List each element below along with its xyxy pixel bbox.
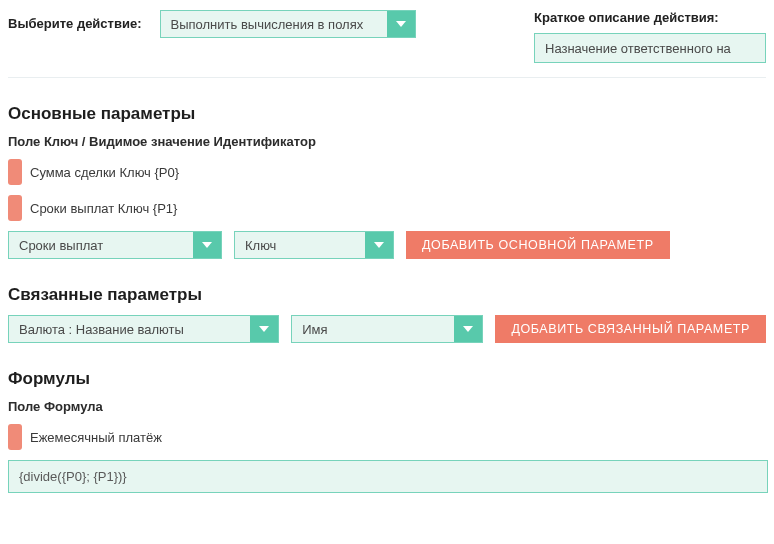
action-label: Выберите действие: — [8, 10, 142, 31]
chevron-down-icon — [365, 232, 393, 258]
top-row: Выберите действие: Выполнить вычисления … — [8, 10, 766, 78]
description-input[interactable]: Назначение ответственного на — [534, 33, 766, 63]
action-select-value: Выполнить вычисления в полях — [171, 17, 364, 32]
main-key-select[interactable]: Ключ — [234, 231, 394, 259]
linked-name-select[interactable]: Имя — [291, 315, 483, 343]
formula-expression-input[interactable]: {divide({P0}; {P1})} — [8, 460, 768, 493]
chevron-down-icon — [387, 11, 415, 37]
add-linked-param-button[interactable]: ДОБАВИТЬ СВЯЗАННЫЙ ПАРАМЕТР — [495, 315, 766, 343]
formulas-subhead: Поле Формула — [8, 399, 766, 414]
main-param-text: Сумма сделки Ключ {P0} — [30, 165, 179, 180]
linked-name-select-value: Имя — [302, 322, 327, 337]
action-select[interactable]: Выполнить вычисления в полях — [160, 10, 416, 38]
description-value: Назначение ответственного на — [545, 41, 731, 56]
main-params-controls: Сроки выплат Ключ ДОБАВИТЬ ОСНОВНОЙ ПАРА… — [8, 231, 766, 259]
main-param-row: Сроки выплат Ключ {P1} — [8, 195, 766, 221]
formulas-heading: Формулы — [8, 369, 766, 389]
delete-handle[interactable] — [8, 195, 22, 221]
description-label: Краткое описание действия: — [534, 10, 766, 25]
chevron-down-icon — [250, 316, 278, 342]
formula-name: Ежемесячный платёж — [30, 430, 162, 445]
linked-field-select-value: Валюта : Название валюты — [19, 322, 184, 337]
main-param-row: Сумма сделки Ключ {P0} — [8, 159, 766, 185]
formula-row: Ежемесячный платёж — [8, 424, 766, 450]
main-field-select-value: Сроки выплат — [19, 238, 103, 253]
chevron-down-icon — [454, 316, 482, 342]
delete-handle[interactable] — [8, 424, 22, 450]
formula-expression-text: {divide({P0}; {P1})} — [19, 469, 127, 484]
chevron-down-icon — [193, 232, 221, 258]
linked-field-select[interactable]: Валюта : Название валюты — [8, 315, 279, 343]
linked-params-heading: Связанные параметры — [8, 285, 766, 305]
add-main-param-button[interactable]: ДОБАВИТЬ ОСНОВНОЙ ПАРАМЕТР — [406, 231, 670, 259]
main-param-text: Сроки выплат Ключ {P1} — [30, 201, 177, 216]
description-block: Краткое описание действия: Назначение от… — [534, 10, 766, 63]
delete-handle[interactable] — [8, 159, 22, 185]
linked-params-controls: Валюта : Название валюты Имя ДОБАВИТЬ СВ… — [8, 315, 766, 343]
main-field-select[interactable]: Сроки выплат — [8, 231, 222, 259]
main-key-select-value: Ключ — [245, 238, 276, 253]
main-params-heading: Основные параметры — [8, 104, 766, 124]
main-params-subhead: Поле Ключ / Видимое значение Идентификат… — [8, 134, 766, 149]
